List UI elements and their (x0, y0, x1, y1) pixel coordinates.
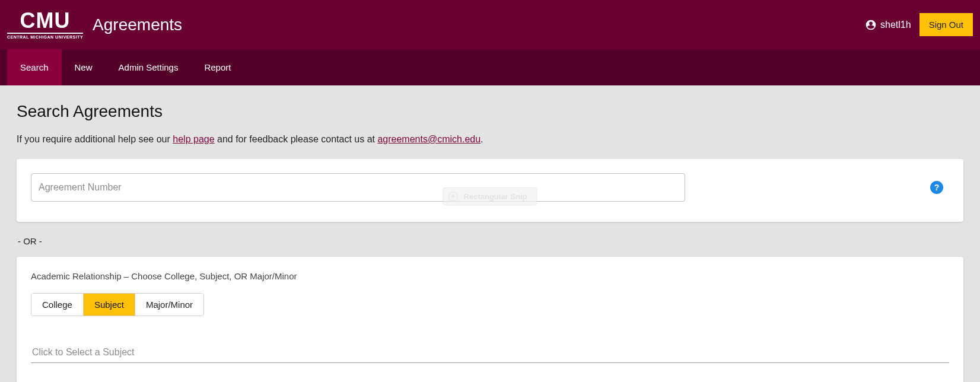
nav-search[interactable]: Search (7, 49, 62, 85)
help-icon[interactable]: ? (930, 181, 943, 194)
nav-admin-settings[interactable]: Admin Settings (106, 49, 192, 85)
nav-search-label: Search (20, 62, 49, 72)
agreement-number-input[interactable] (31, 173, 685, 202)
tab-major-minor-label: Major/Minor (146, 300, 193, 310)
user-name: shetl1h (880, 20, 911, 30)
user-icon (865, 19, 877, 31)
relationship-tabs: College Subject Major/Minor (31, 293, 204, 316)
nav-report[interactable]: Report (191, 49, 244, 85)
subject-select[interactable]: Click to Select a Subject (31, 342, 949, 363)
agreement-number-card: ? (17, 159, 963, 222)
logo-sub-text: CENTRAL MICHIGAN UNIVERSITY (7, 35, 83, 39)
header-left-group: CMU CENTRAL MICHIGAN UNIVERSITY Agreemen… (7, 10, 182, 39)
nav-new-label: New (75, 62, 93, 72)
nav-admin-label: Admin Settings (119, 62, 179, 72)
tab-major-minor[interactable]: Major/Minor (135, 294, 203, 316)
top-header: CMU CENTRAL MICHIGAN UNIVERSITY Agreemen… (0, 0, 980, 49)
header-right-group: shetl1h Sign Out (865, 13, 973, 36)
help-post: . (481, 134, 483, 144)
tab-subject[interactable]: Subject (84, 294, 135, 316)
help-page-link[interactable]: help page (173, 134, 214, 144)
tab-college[interactable]: College (31, 294, 84, 316)
app-title: Agreements (93, 15, 182, 34)
tab-college-label: College (42, 300, 72, 310)
page-title: Search Agreements (17, 102, 963, 121)
cmu-logo[interactable]: CMU CENTRAL MICHIGAN UNIVERSITY (7, 10, 83, 39)
nav-report-label: Report (204, 62, 231, 72)
help-pre: If you require additional help see our (17, 134, 173, 144)
or-separator: - OR - (18, 236, 963, 246)
logo-main-text: CMU (20, 10, 71, 31)
tab-subject-label: Subject (94, 300, 124, 310)
academic-relationship-card: Academic Relationship – Choose College, … (17, 257, 963, 382)
help-mid: and for feedback please contact us at (215, 134, 378, 144)
nav-new[interactable]: New (62, 49, 106, 85)
help-text: If you require additional help see our h… (17, 134, 963, 145)
relationship-label: Academic Relationship – Choose College, … (31, 271, 949, 281)
agreement-number-wrap: ? (31, 173, 949, 202)
logo-divider (7, 33, 83, 34)
signout-button[interactable]: Sign Out (919, 13, 973, 36)
main-nav: Search New Admin Settings Report (0, 49, 980, 85)
user-chip[interactable]: shetl1h (865, 19, 911, 31)
agreements-email-link[interactable]: agreements@cmich.edu (377, 134, 481, 144)
page-content: Search Agreements If you require additio… (0, 85, 980, 382)
